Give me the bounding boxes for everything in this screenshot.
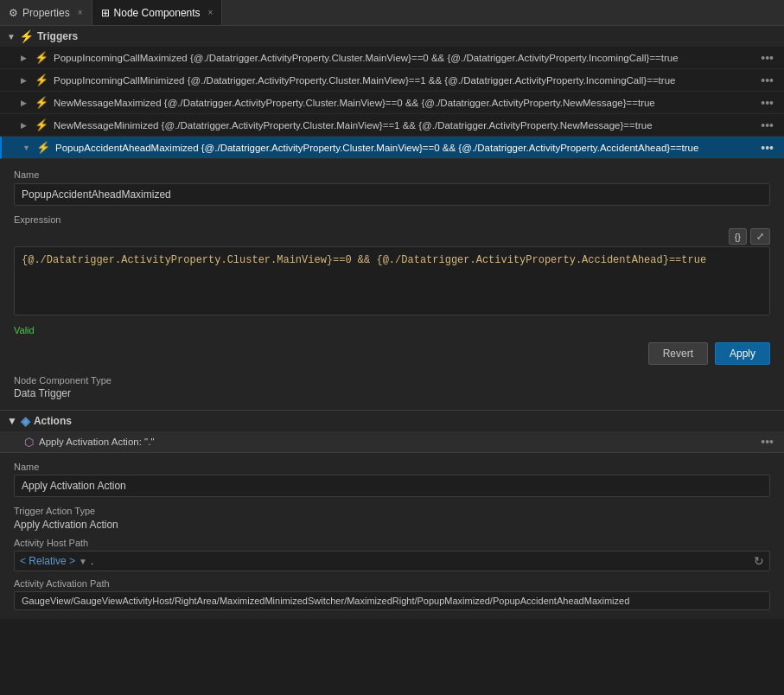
actions-label: Actions <box>34 415 72 427</box>
trigger-more-2[interactable]: ••• <box>757 73 777 87</box>
expand-arrow-5: ▼ <box>22 143 31 152</box>
activity-host-path-dropdown[interactable]: < Relative > ▼ . ↻ <box>14 551 770 571</box>
dropdown-relative-label: < Relative > <box>20 555 75 567</box>
expression-expand-button[interactable]: ⤢ <box>750 228 770 245</box>
expression-toolbar: {} ⤢ <box>14 228 770 245</box>
triggers-section-header[interactable]: ▼ ⚡ Triggers <box>0 26 784 47</box>
action-row-1[interactable]: ⬡ Apply Activation Action: "." ••• <box>0 431 784 453</box>
triggers-icon: ⚡ <box>19 29 34 43</box>
trigger-icon-1: ⚡ <box>35 51 48 64</box>
button-row: Revert Apply <box>14 342 770 365</box>
trigger-text-4: NewMessageMinimized {@./Datatrigger.Acti… <box>54 120 752 131</box>
trigger-row-1[interactable]: ▶ ⚡ PopupIncomingCallMaximized {@./Datat… <box>0 47 784 69</box>
expand-arrow-2: ▶ <box>21 76 29 85</box>
trigger-more-1[interactable]: ••• <box>757 51 777 65</box>
action-detail-panel: Name Apply Activation Action Trigger Act… <box>0 453 784 619</box>
expression-area: {} ⤢ {@./Datatrigger.ActivityProperty.Cl… <box>14 228 770 318</box>
action-name-value: Apply Activation Action <box>14 475 770 497</box>
trigger-text-2: PopupIncomingCallMinimized {@./Datatrigg… <box>54 75 752 86</box>
valid-status: Valid <box>14 325 770 335</box>
actions-arrow: ▼ <box>7 415 17 427</box>
activity-host-path-label: Activity Host Path <box>14 538 770 548</box>
trigger-row-3[interactable]: ▶ ⚡ NewMessageMaximized {@./Datatrigger.… <box>0 92 784 114</box>
name-field-label: Name <box>14 169 770 180</box>
expression-field-label: Expression <box>14 214 770 225</box>
expression-textarea[interactable]: {@./Datatrigger.ActivityProperty.Cluster… <box>14 246 770 316</box>
node-components-icon: ⊞ <box>101 7 110 19</box>
tab-properties[interactable]: ⚙ Properties × <box>0 0 92 25</box>
trigger-row-5[interactable]: ▼ ⚡ PopupAccidentAheadMaximized {@./Data… <box>0 137 784 159</box>
trigger-icon-4: ⚡ <box>35 118 48 131</box>
actions-section-header[interactable]: ▼ ◈ Actions <box>0 411 784 431</box>
close-properties-tab[interactable]: × <box>78 8 83 17</box>
action-text-1: Apply Activation Action: "." <box>39 437 752 447</box>
expand-arrow-1: ▶ <box>21 54 29 62</box>
close-node-components-tab[interactable]: × <box>208 8 214 17</box>
trigger-icon-5: ⚡ <box>36 141 50 154</box>
trigger-action-type-label: Trigger Action Type <box>14 506 770 516</box>
actions-section: ▼ ◈ Actions ⬡ Apply Activation Action: "… <box>0 411 784 619</box>
expression-braces-button[interactable]: {} <box>729 228 747 245</box>
refresh-icon[interactable]: ↻ <box>754 554 764 568</box>
properties-icon: ⚙ <box>9 7 18 19</box>
action-more-1[interactable]: ••• <box>757 435 777 449</box>
trigger-row-4[interactable]: ▶ ⚡ NewMessageMinimized {@./Datatrigger.… <box>0 114 784 137</box>
action-name-label: Name <box>14 462 770 472</box>
activity-activation-path-value: GaugeView/GaugeViewActivityHost/RightAre… <box>14 591 770 610</box>
tab-node-components[interactable]: ⊞ Node Components × <box>92 0 223 25</box>
tab-node-components-label: Node Components <box>114 7 201 19</box>
node-component-type-label: Node Component Type <box>14 375 770 386</box>
trigger-row-2[interactable]: ▶ ⚡ PopupIncomingCallMinimized {@./Datat… <box>0 69 784 92</box>
triggers-label: Triggers <box>37 30 78 42</box>
trigger-icon-3: ⚡ <box>35 96 48 109</box>
main-panel: ▼ ⚡ Triggers ▶ ⚡ PopupIncomingCallMaximi… <box>0 26 784 695</box>
name-field-value: PopupAccidentAheadMaximized <box>14 183 770 206</box>
trigger-action-type-value: Apply Activation Action <box>14 519 770 531</box>
trigger-text-5: PopupAccidentAheadMaximized {@./Datatrig… <box>55 143 752 153</box>
tab-bar: ⚙ Properties × ⊞ Node Components × <box>0 0 784 26</box>
triggers-arrow: ▼ <box>7 32 16 41</box>
trigger-more-4[interactable]: ••• <box>757 118 777 132</box>
actions-icon: ◈ <box>21 414 30 428</box>
dropdown-chevron: ▼ <box>79 557 87 566</box>
trigger-detail-panel: Name PopupAccidentAheadMaximized Express… <box>0 159 784 411</box>
apply-button[interactable]: Apply <box>715 342 770 365</box>
expand-arrow-4: ▶ <box>21 121 29 130</box>
dropdown-dot-value: . <box>91 555 93 567</box>
trigger-text-3: NewMessageMaximized {@./Datatrigger.Acti… <box>54 98 752 108</box>
activity-activation-path-label: Activity Activation Path <box>14 578 770 589</box>
trigger-icon-2: ⚡ <box>35 73 48 86</box>
revert-button[interactable]: Revert <box>648 342 708 365</box>
trigger-more-3[interactable]: ••• <box>757 96 777 110</box>
trigger-more-5[interactable]: ••• <box>757 141 777 155</box>
expand-arrow-3: ▶ <box>21 99 29 107</box>
node-component-type-value: Data Trigger <box>14 387 770 399</box>
action-icon-1: ⬡ <box>24 436 34 449</box>
trigger-text-1: PopupIncomingCallMaximized {@./Datatrigg… <box>54 53 752 63</box>
tab-properties-label: Properties <box>22 7 70 19</box>
